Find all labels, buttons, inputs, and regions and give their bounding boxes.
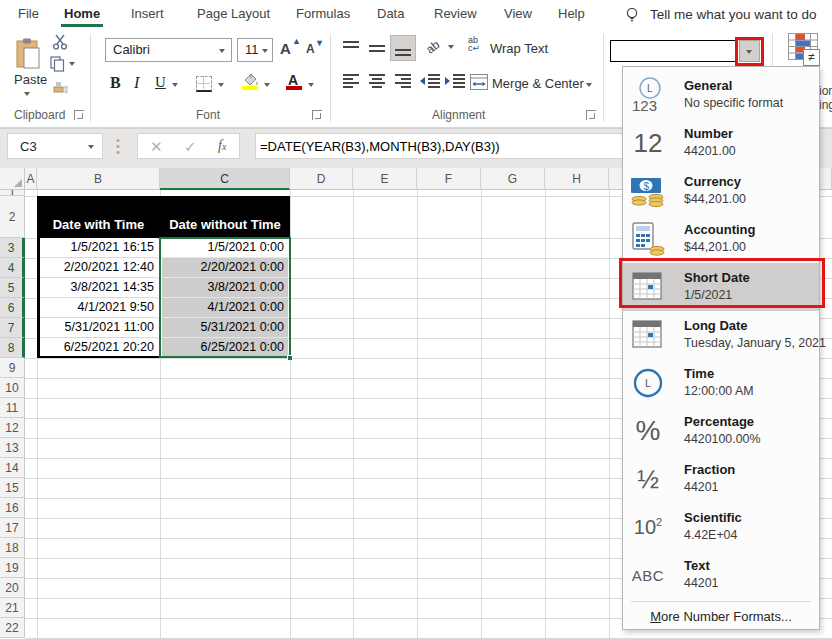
font-color-dropdown-icon[interactable] <box>308 83 314 87</box>
format-option-text[interactable]: ABCText44201 <box>623 551 819 599</box>
row-header-17[interactable]: 17 <box>0 518 25 538</box>
row-header-6[interactable]: 6 <box>0 298 25 318</box>
borders-dropdown-icon[interactable] <box>218 83 224 87</box>
cell-b4[interactable]: 2/20/2021 12:40 <box>40 258 157 278</box>
format-option-percentage[interactable]: %Percentage4420100.00% <box>623 407 819 455</box>
column-header-c[interactable]: C <box>160 168 290 190</box>
column-header-a[interactable]: A <box>25 168 37 190</box>
row-header-8[interactable]: 8 <box>0 338 25 358</box>
row-header-22[interactable]: 22 <box>0 618 25 638</box>
row-header-10[interactable]: 10 <box>0 378 25 398</box>
text-icon: ABC <box>625 551 671 599</box>
row-header-20[interactable]: 20 <box>0 578 25 598</box>
underline-dropdown-icon[interactable] <box>172 83 178 87</box>
row-header-7[interactable]: 7 <box>0 318 25 338</box>
name-box-dropdown-icon[interactable] <box>88 145 94 149</box>
row-header-14[interactable]: 14 <box>0 458 25 478</box>
format-painter-icon[interactable] <box>52 80 68 96</box>
column-header-b[interactable]: B <box>37 168 160 190</box>
cell-b3[interactable]: 1/5/2021 16:15 <box>40 238 157 258</box>
tell-me-label[interactable]: Tell me what you want to do <box>650 7 817 22</box>
tab-home[interactable]: Home <box>64 6 100 21</box>
tab-review[interactable]: Review <box>434 6 477 21</box>
tab-view[interactable]: View <box>504 6 532 21</box>
align-top-button[interactable] <box>341 38 361 58</box>
selection-fill-handle[interactable] <box>287 355 293 361</box>
tab-page-layout[interactable]: Page Layout <box>197 6 270 21</box>
decrease-indent-button[interactable] <box>420 72 442 92</box>
row-header-9[interactable]: 9 <box>0 358 25 378</box>
row-header-21[interactable]: 21 <box>0 598 25 618</box>
tab-file[interactable]: File <box>18 6 39 21</box>
format-option-scientific[interactable]: 102Scientific4.42E+04 <box>623 503 819 551</box>
cancel-formula-icon[interactable]: ✕ <box>150 138 163 156</box>
align-right-button[interactable] <box>393 72 413 92</box>
column-header-h[interactable]: H <box>545 168 609 190</box>
cut-icon[interactable] <box>52 34 68 50</box>
row-header-19[interactable]: 19 <box>0 558 25 578</box>
insert-function-icon[interactable]: fx <box>218 138 226 154</box>
column-header-e[interactable]: E <box>353 168 417 190</box>
format-option-general[interactable]: L123GeneralNo specific format <box>623 71 819 119</box>
align-middle-button[interactable] <box>367 38 387 58</box>
orientation-button[interactable]: ab <box>423 37 442 56</box>
cell-b5[interactable]: 3/8/2021 14:35 <box>40 278 157 298</box>
name-box-separator: ••• <box>116 137 120 155</box>
format-option-number[interactable]: 12Number44201.00 <box>623 119 819 167</box>
row-header-12[interactable]: 12 <box>0 418 25 438</box>
table-header-row[interactable]: Date with Time Date without Time <box>37 196 290 238</box>
column-header-d[interactable]: D <box>290 168 353 190</box>
table-header-cell-b2[interactable]: Date with Time <box>37 196 160 238</box>
row-header-5[interactable]: 5 <box>0 278 25 298</box>
name-box[interactable]: C3 <box>7 133 103 159</box>
row-header-16[interactable]: 16 <box>0 498 25 518</box>
clipboard-dialog-launcher[interactable] <box>74 110 84 120</box>
copy-icon[interactable] <box>50 56 65 72</box>
row-header-11[interactable]: 11 <box>0 398 25 418</box>
select-all-corner[interactable] <box>0 168 25 190</box>
cell-b6[interactable]: 4/1/2021 9:50 <box>40 298 157 318</box>
increase-indent-button[interactable] <box>445 72 467 92</box>
italic-button[interactable]: I <box>134 74 139 92</box>
bold-button[interactable]: B <box>110 74 121 92</box>
row-header-2[interactable]: 2 <box>0 196 25 238</box>
format-option-fraction[interactable]: ½Fraction44201 <box>623 455 819 503</box>
format-option-accounting[interactable]: Accounting$44,201.00 <box>623 215 819 263</box>
tab-formulas[interactable]: Formulas <box>296 6 350 21</box>
row-header-18[interactable]: 18 <box>0 538 25 558</box>
row-header-13[interactable]: 13 <box>0 438 25 458</box>
font-size-dropdown-icon[interactable] <box>262 49 268 53</box>
row-header-4[interactable]: 4 <box>0 258 25 278</box>
tab-insert[interactable]: Insert <box>131 6 164 21</box>
align-bottom-button-selected[interactable] <box>390 35 416 61</box>
number-format-combo[interactable] <box>610 40 737 62</box>
borders-button[interactable] <box>196 76 212 92</box>
increase-font-size-button[interactable]: A▲ <box>280 40 291 57</box>
merge-center-dropdown-icon[interactable] <box>586 83 592 87</box>
more-number-formats-item[interactable]: More Number Formats... <box>623 609 819 624</box>
row-header-3[interactable]: 3 <box>0 238 25 258</box>
align-center-button[interactable] <box>367 72 387 92</box>
format-option-long-date[interactable]: Long DateTuesday, January 5, 2021 <box>623 311 819 359</box>
fill-color-dropdown-icon[interactable] <box>264 83 270 87</box>
tab-help[interactable]: Help <box>558 6 585 21</box>
row-header-15[interactable]: 15 <box>0 478 25 498</box>
alignment-dialog-launcher[interactable] <box>586 110 596 120</box>
align-left-button[interactable] <box>341 72 361 92</box>
format-option-time[interactable]: LTime12:00:00 AM <box>623 359 819 407</box>
font-size-combo[interactable]: 11 <box>237 38 273 62</box>
decrease-font-size-button[interactable]: A▼ <box>306 42 315 56</box>
cell-b7[interactable]: 5/31/2021 11:00 <box>40 318 157 338</box>
orientation-dropdown-icon[interactable] <box>448 45 454 49</box>
tab-data[interactable]: Data <box>377 6 404 21</box>
enter-formula-icon[interactable]: ✓ <box>184 138 197 156</box>
underline-button[interactable]: U <box>155 74 166 91</box>
copy-chevron-icon[interactable] <box>69 62 75 66</box>
font-name-dropdown-icon[interactable] <box>219 49 225 53</box>
font-dialog-launcher[interactable] <box>312 110 322 120</box>
format-option-currency[interactable]: $Currency$44,201.00 <box>623 167 819 215</box>
font-name-combo[interactable]: Calibri <box>105 38 232 62</box>
column-header-f[interactable]: F <box>417 168 481 190</box>
column-header-g[interactable]: G <box>481 168 545 190</box>
table-header-cell-c2[interactable]: Date without Time <box>160 196 290 238</box>
